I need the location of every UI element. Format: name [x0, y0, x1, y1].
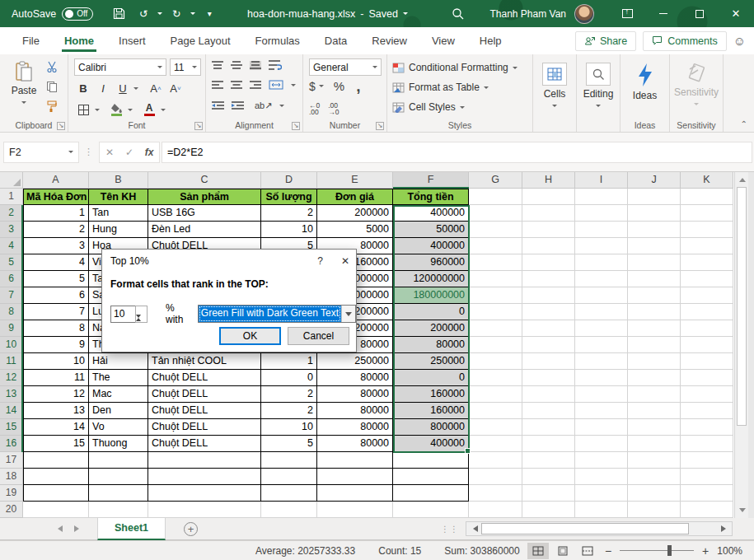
row-header-20[interactable]: 20	[0, 502, 23, 518]
row-header-11[interactable]: 11	[0, 353, 23, 370]
cell-K17[interactable]	[681, 452, 733, 469]
row-header-3[interactable]: 3	[0, 222, 23, 238]
scroll-left-icon[interactable]	[466, 522, 480, 535]
orientation-icon[interactable]: ab↗	[255, 100, 272, 111]
bold-button[interactable]: B	[74, 80, 92, 97]
undo-dropdown-icon[interactable]	[157, 12, 162, 17]
cell-K2[interactable]	[681, 205, 733, 222]
cell-G14[interactable]	[469, 403, 522, 419]
cell-H15[interactable]	[522, 419, 575, 436]
cell-E16[interactable]: 80000	[317, 436, 393, 452]
cell-D16[interactable]: 5	[261, 436, 317, 452]
cell-G9[interactable]	[469, 320, 522, 337]
cell-B1[interactable]: Tên KH	[89, 189, 148, 205]
copy-icon[interactable]	[43, 77, 61, 95]
row-header-18[interactable]: 18	[0, 469, 23, 485]
cell-I13[interactable]	[575, 386, 628, 403]
cell-B20[interactable]	[89, 502, 148, 518]
cell-K18[interactable]	[681, 469, 733, 485]
cell-F6[interactable]: 120000000	[393, 271, 469, 287]
cell-I14[interactable]	[575, 403, 628, 419]
normal-view-icon[interactable]	[527, 543, 549, 559]
vertical-scrollbar[interactable]	[734, 172, 748, 518]
font-name-combo[interactable]: Calibri	[74, 58, 166, 76]
cell-H5[interactable]	[522, 254, 575, 271]
cell-J4[interactable]	[628, 238, 681, 254]
cell-H19[interactable]	[522, 485, 575, 502]
enter-entry-icon[interactable]: ✓	[119, 147, 139, 158]
cell-H7[interactable]	[522, 287, 575, 304]
column-header-B[interactable]: B	[89, 172, 148, 189]
tab-file[interactable]: File	[10, 27, 52, 54]
cell-D3[interactable]: 10	[261, 222, 317, 238]
cell-A9[interactable]: 8	[23, 320, 89, 337]
cell-C20[interactable]	[148, 502, 261, 518]
cell-D17[interactable]	[261, 452, 317, 469]
cell-K8[interactable]	[681, 304, 733, 320]
number-dialog-launcher-icon[interactable]: ↘	[376, 122, 384, 130]
align-top-icon[interactable]	[212, 61, 223, 70]
cell-H2[interactable]	[522, 205, 575, 222]
row-header-12[interactable]: 12	[0, 370, 23, 386]
tab-formulas[interactable]: Formulas	[243, 27, 312, 54]
cell-A16[interactable]: 15	[23, 436, 89, 452]
cell-K9[interactable]	[681, 320, 733, 337]
cell-A8[interactable]: 7	[23, 304, 89, 320]
cell-J17[interactable]	[628, 452, 681, 469]
cell-J19[interactable]	[628, 485, 681, 502]
cell-I12[interactable]	[575, 370, 628, 386]
cell-C14[interactable]: Chuột DELL	[148, 403, 261, 419]
cell-E13[interactable]: 80000	[317, 386, 393, 403]
name-box[interactable]: F2	[3, 142, 79, 163]
cell-D11[interactable]: 1	[261, 353, 317, 370]
cell-F3[interactable]: 50000	[393, 222, 469, 238]
feedback-smiley-icon[interactable]: ☺	[733, 34, 746, 48]
format-style-dropdown[interactable]: Green Fill with Dark Green Text	[198, 305, 356, 323]
tab-scroll-splitter[interactable]: ⋮⋮	[441, 525, 459, 534]
cell-B3[interactable]: Hung	[89, 222, 148, 238]
cell-C16[interactable]: Chuột DELL	[148, 436, 261, 452]
cell-K5[interactable]	[681, 254, 733, 271]
tab-home[interactable]: Home	[52, 27, 106, 54]
cell-G16[interactable]	[469, 436, 522, 452]
cell-I5[interactable]	[575, 254, 628, 271]
cell-H4[interactable]	[522, 238, 575, 254]
cell-E11[interactable]: 250000	[317, 353, 393, 370]
user-name[interactable]: Thanh Pham Van	[489, 8, 566, 20]
cell-G2[interactable]	[469, 205, 522, 222]
select-all-corner[interactable]	[0, 172, 23, 189]
cell-I2[interactable]	[575, 205, 628, 222]
cell-A10[interactable]: 9	[23, 337, 89, 353]
cell-G8[interactable]	[469, 304, 522, 320]
borders-icon[interactable]	[74, 101, 92, 119]
align-bottom-icon[interactable]	[250, 61, 261, 70]
column-header-D[interactable]: D	[261, 172, 317, 189]
cell-G19[interactable]	[469, 485, 522, 502]
cell-F14[interactable]: 160000	[393, 403, 469, 419]
autosave-control[interactable]: AutoSave Off	[12, 7, 93, 21]
cell-G13[interactable]	[469, 386, 522, 403]
collapse-ribbon-icon[interactable]: ⌃	[741, 119, 747, 128]
cell-B17[interactable]	[89, 452, 148, 469]
cell-C15[interactable]: Chuột DELL	[148, 419, 261, 436]
cell-G5[interactable]	[469, 254, 522, 271]
number-format-combo[interactable]: General	[309, 58, 382, 76]
cell-I15[interactable]	[575, 419, 628, 436]
tab-review[interactable]: Review	[359, 27, 419, 54]
cell-I18[interactable]	[575, 469, 628, 485]
row-header-15[interactable]: 15	[0, 419, 23, 436]
cell-D13[interactable]: 2	[261, 386, 317, 403]
tab-data[interactable]: Data	[312, 27, 359, 54]
redo-dropdown-icon[interactable]	[190, 12, 195, 17]
scroll-right-icon[interactable]	[718, 522, 732, 535]
cell-H9[interactable]	[522, 320, 575, 337]
cell-G3[interactable]	[469, 222, 522, 238]
cell-K14[interactable]	[681, 403, 733, 419]
cell-B2[interactable]: Tan	[89, 205, 148, 222]
column-header-F[interactable]: F	[393, 172, 469, 189]
cell-H11[interactable]	[522, 353, 575, 370]
row-header-4[interactable]: 4	[0, 238, 23, 254]
row-header-19[interactable]: 19	[0, 485, 23, 502]
cell-F16[interactable]: 400000	[393, 436, 469, 452]
shrink-font-button[interactable]: A˅	[166, 80, 185, 97]
